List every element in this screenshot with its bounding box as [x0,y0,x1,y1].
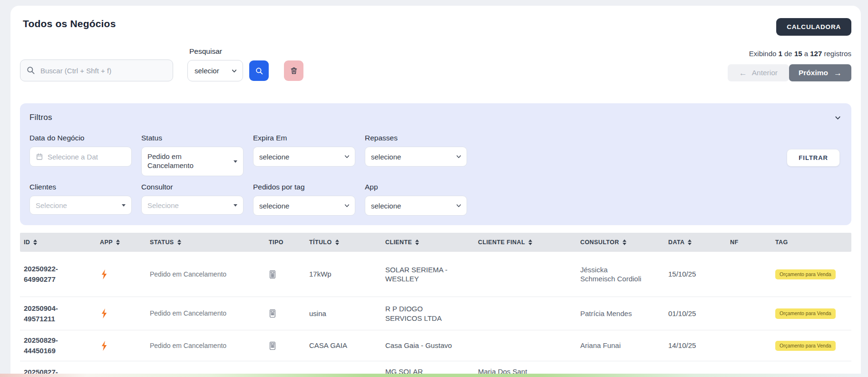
filtrar-button[interactable]: FILTRAR [787,149,840,167]
search-submit-button[interactable] [249,60,269,81]
tag-badge: Orçamento para Venda [775,308,836,319]
column-header-cliente-final[interactable]: CLIENTE FINAL [474,233,576,252]
filter-label: Consultor [141,183,244,191]
expira-em-select-value: selecione [259,153,289,161]
cell-consultor: Ariana Funai [576,341,643,350]
column-header-tag[interactable]: TAG [771,233,851,252]
column-label: APP [100,239,113,246]
column-label: DATA [668,239,684,246]
status-select[interactable]: Pedido em Cancelamento [141,147,244,176]
clear-search-button[interactable] [284,60,303,81]
app-select[interactable]: selecione [365,196,467,216]
horizontal-scrollbar[interactable] [0,374,868,377]
cell-app [96,340,146,351]
search-row: Pesquisar selecior Exibindo 1 de [20,47,851,81]
sort-icon [688,239,692,245]
cell-app [96,269,146,280]
filter-expira-em: Expira Em selecione [253,134,355,176]
cell-data: 15/10/25 [664,269,726,279]
filters-panel: Filtros FILTRAR Data do Negócio Selecion… [20,103,851,225]
calculator-icon [269,309,305,318]
pedidos-por-tag-select[interactable]: selecione [253,196,355,216]
cell-cliente: R P DIOGO SERVICOS LTDA [381,304,453,323]
clientes-select[interactable]: Selecione [29,196,132,215]
arrow-left-icon: ← [739,69,747,77]
bolt-icon [100,269,146,280]
cell-id: 20250829-44450169 [20,335,70,356]
repasses-select-value: selecione [371,153,401,161]
table-row[interactable]: 20250904-49571211 Pedido em Cancelamento… [20,297,851,330]
chevron-down-icon[interactable] [834,114,842,122]
records-a: a [804,50,808,58]
column-label: TÍTULO [309,239,332,246]
cell-data: 14/10/25 [664,341,726,350]
column-header-cliente[interactable]: CLIENTE [381,233,474,252]
filter-label: Pedidos por tag [253,183,355,191]
search-field-select-wrap: Pesquisar selecior [187,47,243,81]
sort-icon [116,239,120,245]
previous-page-button[interactable]: ← Anterior [728,64,789,81]
cell-status: Pedido em Cancelamento [146,270,265,278]
column-header-tipo[interactable]: TIPO [265,233,305,252]
cell-tag: Orçamento para Venda [771,269,851,280]
filter-label: Expira Em [253,134,355,142]
column-header-id[interactable]: ID [20,233,96,252]
column-header-status[interactable]: STATUS [146,233,265,252]
caret-down-icon [122,204,126,207]
cell-tipo [265,341,305,350]
column-header-data[interactable]: DATA [664,233,726,252]
pedidos-por-tag-select-value: selecione [259,202,289,210]
column-label: TAG [775,239,788,246]
search-input[interactable] [20,60,173,81]
filter-status: Status Pedido em Cancelamento [141,134,244,176]
sort-icon [415,239,419,245]
records-total: 127 [810,50,822,58]
column-header-titulo[interactable]: TÍTULO [305,233,381,252]
filter-label: Clientes [29,183,132,191]
next-page-button[interactable]: Próximo → [789,64,851,81]
app-select-value: selecione [371,202,401,210]
table-row[interactable]: 20250922-64990277 Pedido em Cancelamento… [20,252,851,297]
cell-titulo: CASA GAIA [305,341,381,350]
expira-em-select[interactable]: selecione [253,147,355,167]
cell-tag: Orçamento para Venda [771,340,851,351]
chevron-down-icon [231,67,238,74]
next-label: Próximo [799,69,828,77]
trash-icon [290,66,298,75]
tag-badge: Orçamento para Venda [775,269,836,280]
filters-header[interactable]: Filtros [29,113,842,122]
consultor-select[interactable]: Selecione [141,196,244,215]
column-label: ID [24,239,30,246]
filter-consultor: Consultor Selecione [141,183,244,216]
pagination-area: Exibindo 1 de 15 a 127 registros ← Anter… [728,50,851,81]
filters-title: Filtros [29,113,52,122]
search-field-select-value: selecior [195,67,219,75]
cell-app [96,308,146,319]
calculadora-button[interactable]: CALCULADORA [776,18,851,36]
column-label: CONSULTOR [580,239,619,246]
cell-tipo [265,309,305,318]
title-row: Todos os Negócios CALCULADORA [20,18,851,36]
column-label: STATUS [150,239,174,246]
column-header-app[interactable]: APP [96,233,146,252]
bolt-icon [100,340,146,351]
pesquisar-label: Pesquisar [189,47,243,56]
cell-id: 20250904-49571211 [20,303,70,324]
tag-badge: Orçamento para Venda [775,341,836,351]
table-row[interactable]: 20250829-44450169 Pedido em Cancelamento… [20,330,851,361]
chevron-down-icon [343,153,351,160]
records-suffix: registros [824,50,851,58]
filter-label: App [365,183,467,191]
consultor-select-value: Selecione [147,201,179,209]
column-label: TIPO [269,239,283,246]
column-label: CLIENTE [385,239,412,246]
cell-consultor: Jéssicka Schmeisch Cordioli [576,265,643,284]
date-picker-input[interactable]: Selecione a Dat [29,147,132,167]
column-header-nf[interactable]: NF [726,233,771,252]
repasses-select[interactable]: selecione [365,147,467,167]
filters-row-2: Clientes Selecione Consultor Selecione P… [29,183,842,216]
column-header-consultor[interactable]: CONSULTOR [576,233,664,252]
search-field-select[interactable]: selecior [187,60,243,81]
sort-icon [177,239,181,245]
cell-consultor: Patrícia Mendes [576,309,643,318]
